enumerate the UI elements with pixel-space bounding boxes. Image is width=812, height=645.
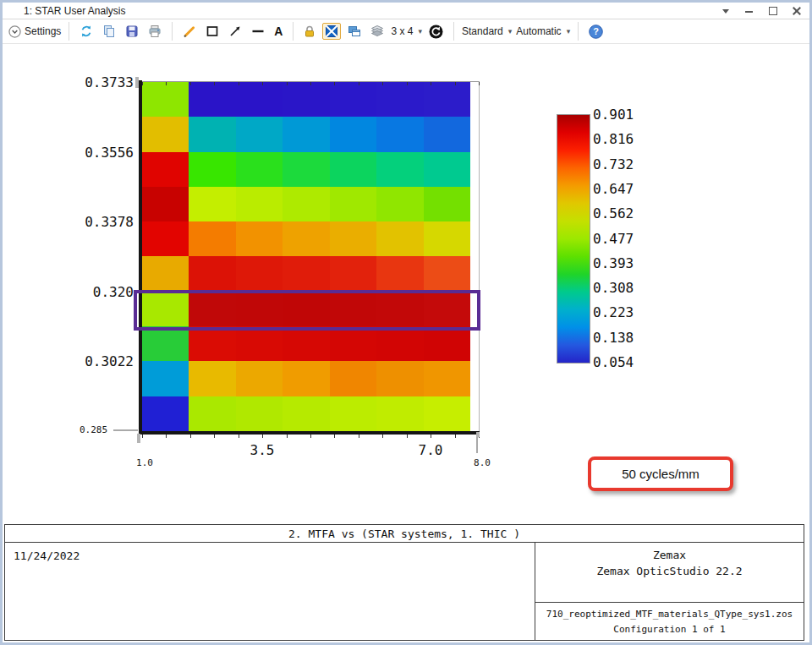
help-button[interactable]: ? <box>586 23 606 41</box>
maximize-button[interactable] <box>768 6 777 15</box>
heatmap-cell-r2-c3 <box>236 117 283 151</box>
plot-handle[interactable] <box>135 77 139 88</box>
heatmap-cell-r2-c1 <box>142 117 189 151</box>
x-axis-bottom-tick <box>310 435 311 438</box>
heatmap-cell-r8-c5 <box>330 326 376 361</box>
standard-dropdown[interactable]: Standard ▾ <box>462 25 512 37</box>
windows-icon <box>348 25 361 38</box>
minimize-button[interactable] <box>744 6 754 15</box>
x-axis-top-tick <box>382 82 383 85</box>
y-axis-end-label: 0.285 <box>80 424 107 435</box>
fit-window-button[interactable] <box>322 23 341 40</box>
colorbar-label: 0.732 <box>593 156 634 172</box>
layers-icon <box>370 25 384 38</box>
heatmap-cell-r10-c3 <box>236 396 283 431</box>
heatmap-cell-r10-c1 <box>142 396 189 431</box>
window-menu-caret-icon[interactable] <box>721 6 730 15</box>
lock-icon <box>304 25 315 38</box>
arrow-icon <box>228 25 242 38</box>
x-axis-label-3-5: 3.5 <box>250 442 275 458</box>
heatmap-cell-r5-c3 <box>236 221 283 256</box>
heatmap-cell-r9-c4 <box>283 361 329 396</box>
close-button[interactable] <box>792 6 801 15</box>
rectangle-icon <box>206 25 219 38</box>
heatmap-cell-r8-c6 <box>376 326 423 361</box>
settings-expander-icon <box>8 25 21 38</box>
x-axis-bottom-tick <box>407 435 408 438</box>
star-user-analysis-window: 1: STAR User Analysis Settings A 3 x 4 <box>0 0 812 645</box>
heatmap-cell-r6-c4 <box>283 256 329 291</box>
x-axis-bottom-tick <box>382 435 383 438</box>
heatmap-cell-r10-c5 <box>330 396 376 431</box>
heatmap-cell-r4-c4 <box>283 187 329 221</box>
reset-icon <box>429 25 443 39</box>
heatmap-cell-r10-c2 <box>189 396 235 431</box>
grid-size-dropdown[interactable]: 3 x 4 ▾ <box>391 25 422 37</box>
heatmap-cell-r3-c4 <box>283 152 329 187</box>
x-axis-bottom-tick <box>166 435 167 438</box>
x-axis-bottom-tick <box>287 435 288 438</box>
heatmap-cell-r1-c6 <box>376 82 423 117</box>
y-axis-label: 0.3733 <box>85 74 134 90</box>
heatmap-cell-r8-c4 <box>283 326 329 361</box>
heatmap-cell-r1-c1 <box>142 82 189 117</box>
heatmap-cell-r1-c3 <box>236 82 283 117</box>
heatmap-cell-r8-c1 <box>142 326 189 361</box>
heatmap-cell-r5-c4 <box>283 221 329 256</box>
heatmap-cell-r8-c2 <box>189 326 235 361</box>
y-axis-label: 0.3378 <box>85 214 134 230</box>
heatmap-cell-r10-c4 <box>283 396 329 431</box>
colorbar-label: 0.393 <box>593 254 634 271</box>
heatmap-cell-r3-c2 <box>189 152 235 187</box>
help-icon: ? <box>589 25 603 39</box>
annotation-badge[interactable]: 50 cycles/mm <box>588 456 733 491</box>
text-tool-button[interactable]: A <box>272 24 285 39</box>
footer-file-name: 710_reoptimized_MTF_materials_QType_sys1… <box>535 607 804 622</box>
print-icon <box>148 25 162 38</box>
x-axis-bottom-tick <box>334 435 335 438</box>
heatmap-cell-r9-c3 <box>236 361 283 396</box>
heatmap-cell-r1-c7 <box>424 82 470 117</box>
clone-window-button[interactable] <box>345 23 364 40</box>
x-axis-top-tick <box>287 82 288 85</box>
heatmap-cell-r3-c5 <box>330 152 376 187</box>
heatmap-cell-r4-c6 <box>376 187 423 221</box>
x-axis-top-tick <box>455 82 456 85</box>
x-axis-top-tick <box>262 82 263 85</box>
automatic-label: Automatic <box>516 25 561 37</box>
heatmap-cell-r6-c5 <box>330 256 376 291</box>
rectangle-tool-button[interactable] <box>203 23 222 40</box>
y-axis-label: 0.3022 <box>85 353 134 369</box>
line-tool-button[interactable] <box>249 23 267 40</box>
heatmap-cell-r6-c1 <box>142 256 189 291</box>
lock-button[interactable] <box>301 23 318 40</box>
print-button[interactable] <box>145 23 164 40</box>
heatmap-cell-r5-c5 <box>330 221 376 256</box>
x-axis-bottom-tick <box>431 435 431 438</box>
x-axis-label-7-0: 7.0 <box>419 442 443 458</box>
heatmap-cell-r9-c2 <box>189 361 235 396</box>
heatmap-cell-r2-c4 <box>283 117 329 151</box>
heatmap-cell-r1-c4 <box>283 82 329 117</box>
heatmap-cell-r4-c1 <box>142 187 189 221</box>
heatmap-cell-r2-c7 <box>424 117 470 151</box>
reset-button[interactable] <box>426 23 446 41</box>
heatmap-cell-r2-c6 <box>376 117 423 151</box>
toolbar-separator <box>578 22 579 41</box>
x-axis-bottom-tick <box>214 435 215 438</box>
layers-button[interactable] <box>368 23 387 40</box>
heatmap-grid[interactable] <box>142 82 470 431</box>
colorbar-label: 0.477 <box>593 230 634 246</box>
colorbar <box>557 114 590 363</box>
arrow-tool-button[interactable] <box>226 23 244 40</box>
heatmap-cell-r6-c3 <box>236 256 283 291</box>
heatmap-cell-r2-c2 <box>189 117 235 151</box>
pencil-tool-button[interactable] <box>180 23 199 40</box>
automatic-dropdown[interactable]: Automatic ▾ <box>516 25 570 37</box>
heatmap-cell-r3-c3 <box>236 152 283 187</box>
heatmap-cell-r4-c3 <box>236 187 283 221</box>
x-axis-top-tick <box>310 82 311 85</box>
plot-handle[interactable] <box>137 434 140 443</box>
row-highlight-rect[interactable] <box>134 290 480 331</box>
standard-label: Standard <box>462 25 503 37</box>
